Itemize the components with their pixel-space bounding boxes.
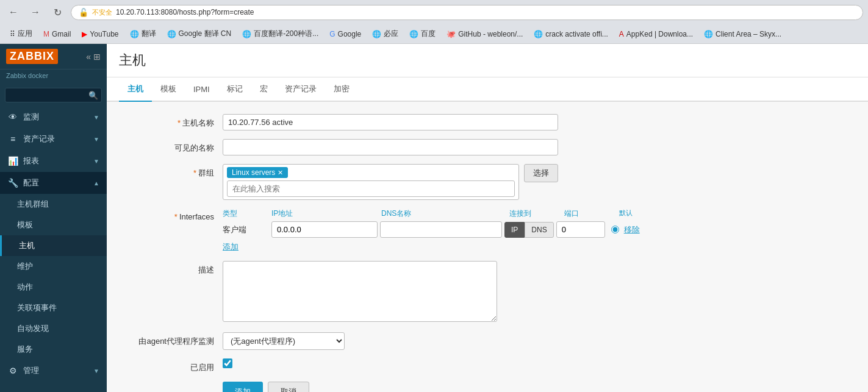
bookmark-appked[interactable]: A AppKed | Downloa... (614, 28, 698, 40)
insecure-label: 不安全 (92, 8, 112, 17)
host-name-input[interactable] (223, 114, 558, 130)
github-icon: 🐙 (447, 30, 456, 38)
add-interface-wrap: 添加 (223, 240, 850, 252)
group-tag-label: Linux servers (232, 168, 275, 177)
reports-arrow-icon: ▼ (93, 158, 99, 165)
iface-dns-input[interactable] (380, 221, 502, 238)
tab-templates[interactable]: 模板 (152, 77, 185, 102)
refresh-button[interactable]: ↻ (49, 4, 66, 21)
enabled-row: 已启用 (125, 358, 850, 373)
sidebar-logo: ZABBIX « ⊞ (0, 44, 107, 69)
agent-proxy-field: (无agent代理程序) 选项1 选项2 (223, 332, 345, 350)
tab-ipmi[interactable]: IPMI (185, 79, 218, 101)
sidebar-item-admin[interactable]: ⚙ 管理 ▼ (0, 360, 107, 382)
bookmark-apps[interactable]: ⠿ 应用 (5, 27, 37, 41)
sidebar-search-wrap: 🔍 (5, 88, 102, 102)
monitoring-arrow-icon: ▼ (93, 114, 99, 121)
enabled-checkbox[interactable] (223, 358, 232, 368)
cancel-button[interactable]: 取消 (268, 382, 309, 392)
bookmark-baidu-translate[interactable]: 🌐 百度翻译-200种语... (237, 27, 323, 41)
iface-ip-input[interactable] (271, 221, 378, 238)
bing-icon: 🌐 (372, 30, 381, 38)
sidebar-sub-host-groups[interactable]: 主机群组 (0, 194, 107, 215)
address-bar[interactable]: 🔓 不安全 10.20.70.113:8080/hosts.php?form=c… (71, 5, 863, 20)
iface-remove-link[interactable]: 移除 (624, 224, 640, 235)
group-tag-remove[interactable]: ✕ (278, 169, 283, 177)
interfaces-section: 类型 IP地址 DNS名称 连接到 端口 默认 客户端 IP DNS (223, 208, 850, 252)
tab-encrypt[interactable]: 加密 (325, 77, 358, 102)
iface-port-input[interactable] (556, 221, 605, 238)
host-name-label: 主机名称 (125, 114, 223, 129)
sidebar-item-assets[interactable]: ≡ 资产记录 ▼ (0, 128, 107, 150)
admin-arrow-icon: ▼ (93, 368, 99, 374)
visible-name-input[interactable] (223, 139, 558, 155)
bookmark-gmail[interactable]: M Gmail (38, 28, 76, 40)
expand-sidebar-button[interactable]: ⊞ (93, 52, 101, 62)
add-interface-link[interactable]: 添加 (223, 241, 239, 252)
sidebar-sub-hosts[interactable]: 主机 (0, 235, 107, 256)
collapse-sidebar-button[interactable]: « (86, 52, 91, 62)
group-row: 群组 Linux servers ✕ 选择 (125, 164, 850, 200)
sidebar-collapse-btns: « ⊞ (86, 52, 101, 62)
sidebar-nav: 👁 监测 ▼ ≡ 资产记录 ▼ 📊 报表 ▼ 🔧 配置 ▲ 主机群组 (0, 106, 107, 392)
connect-ip-button[interactable]: IP (504, 222, 525, 238)
browser-chrome: ← → ↻ 🔓 不安全 10.20.70.113:8080/hosts.php?… (0, 0, 868, 44)
google-translate-icon: 🌐 (167, 30, 176, 38)
sidebar-item-config[interactable]: 🔧 配置 ▲ (0, 172, 107, 194)
bookmark-google[interactable]: G Google (325, 28, 366, 40)
bookmark-baidu[interactable]: 🌐 百度 (404, 27, 440, 41)
maintenance-label: 维护 (17, 261, 33, 272)
tab-host[interactable]: 主机 (119, 77, 152, 102)
group-search-input[interactable] (227, 180, 515, 197)
baidu-icon: 🌐 (409, 30, 418, 38)
bookmark-crack[interactable]: 🌐 crack activate offi... (529, 28, 613, 40)
add-button[interactable]: 添加 (223, 382, 263, 392)
iface-header-port: 端口 (564, 208, 619, 219)
bookmark-google-translate[interactable]: 🌐 Google 翻译 CN (162, 27, 237, 41)
sidebar-item-assets-label: 资产记录 (23, 134, 55, 144)
sidebar-sub-templates[interactable]: 模板 (0, 215, 107, 235)
desc-textarea[interactable] (223, 261, 497, 322)
event-corr-label: 关联项事件 (17, 302, 57, 313)
group-input-wrap[interactable]: Linux servers ✕ (223, 164, 519, 200)
desc-row: 描述 (125, 261, 850, 324)
sidebar-item-reports[interactable]: 📊 报表 ▼ (0, 150, 107, 172)
bookmark-client-area[interactable]: 🌐 Client Area – Skyх... (699, 28, 786, 40)
config-arrow-icon: ▲ (93, 180, 99, 187)
sidebar-sub-maintenance[interactable]: 维护 (0, 256, 107, 277)
visible-name-row: 可见的名称 (125, 139, 850, 155)
iface-default-radio[interactable] (611, 226, 619, 233)
forward-button[interactable]: → (27, 4, 44, 21)
sidebar-search-input[interactable] (5, 88, 102, 102)
sidebar-sub-event-corr[interactable]: 关联项事件 (0, 298, 107, 318)
gmail-icon: M (43, 30, 49, 38)
sidebar-sub-actions[interactable]: 动作 (0, 277, 107, 298)
bookmark-translate[interactable]: 🌐 翻译 (125, 27, 161, 41)
bookmark-bing[interactable]: 🌐 必应 (367, 27, 403, 41)
host-groups-label: 主机群组 (17, 199, 49, 210)
group-select-button[interactable]: 选择 (524, 164, 558, 182)
host-name-row: 主机名称 (125, 114, 850, 130)
back-button[interactable]: ← (5, 4, 22, 21)
hosts-label: 主机 (19, 240, 35, 251)
sidebar-sub-auto-discover[interactable]: 自动发现 (0, 318, 107, 339)
tab-macros[interactable]: 宏 (251, 77, 276, 102)
main-content: 主机 主机 模板 IPMI 标记 宏 资产记录 加密 主机名称 可见的名称 (107, 44, 868, 392)
tab-tags[interactable]: 标记 (218, 77, 251, 102)
search-icon[interactable]: 🔍 (88, 91, 98, 100)
reports-icon: 📊 (7, 156, 18, 166)
sidebar-sub-services[interactable]: 服务 (0, 339, 107, 360)
group-tag-linux-servers: Linux servers ✕ (227, 167, 288, 178)
client-area-icon: 🌐 (704, 30, 713, 38)
bookmarks-bar: ⠿ 应用 M Gmail ▶ YouTube 🌐 翻译 🌐 Google 翻译 … (0, 24, 868, 44)
sidebar-item-monitoring[interactable]: 👁 监测 ▼ (0, 106, 107, 128)
sidebar: ZABBIX « ⊞ Zabbix docker 🔍 👁 监测 ▼ ≡ 资产记录… (0, 44, 107, 392)
agent-proxy-select[interactable]: (无agent代理程序) 选项1 选项2 (223, 332, 345, 350)
insecure-icon: 🔓 (79, 8, 88, 17)
agent-proxy-label: 由agent代理程序监测 (125, 332, 223, 347)
connect-dns-button[interactable]: DNS (525, 222, 553, 238)
page-title: 主机 (119, 51, 856, 69)
bookmark-github[interactable]: 🐙 GitHub - webleon/... (442, 28, 528, 40)
tab-asset-records[interactable]: 资产记录 (276, 77, 325, 102)
bookmark-youtube[interactable]: ▶ YouTube (77, 28, 123, 40)
